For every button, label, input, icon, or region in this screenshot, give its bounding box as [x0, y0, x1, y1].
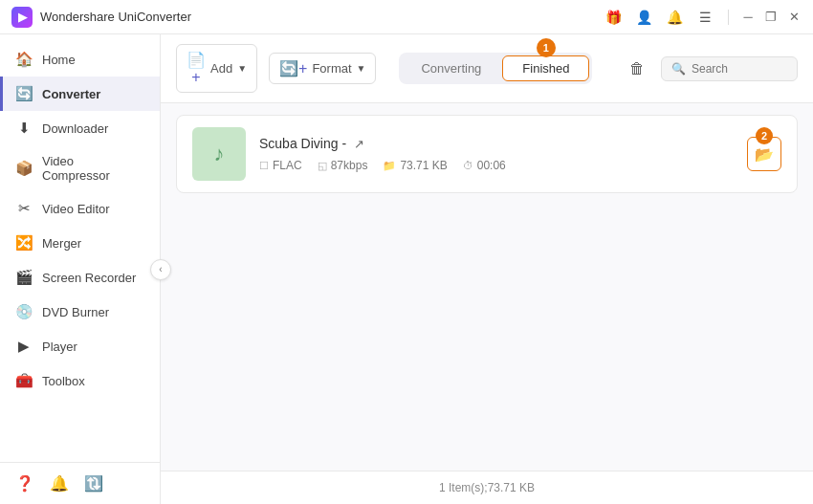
titlebar-left: ▶ Wondershare UniConverter: [11, 7, 191, 28]
tab-converting-label: Converting: [421, 61, 481, 76]
sidebar: 🏠 Home 🔄 Converter ⬇ Downloader 📦 Video …: [0, 34, 161, 504]
sidebar-label-downloader: Downloader: [42, 121, 108, 136]
file-action-badge: 2: [756, 127, 773, 144]
sidebar-item-player[interactable]: ▶ Player: [0, 329, 160, 363]
bell-icon[interactable]: 🔔: [663, 6, 686, 29]
sidebar-nav: 🏠 Home 🔄 Converter ⬇ Downloader 📦 Video …: [0, 34, 160, 462]
app-icon: ▶: [11, 7, 33, 28]
tab-finished-label: Finished: [522, 61, 569, 76]
add-file-button[interactable]: 📄+ Add ▼: [176, 44, 257, 93]
menu-icon[interactable]: ☰: [693, 6, 716, 29]
sidebar-label-home: Home: [42, 53, 76, 67]
file-item: ♪ Scuba Diving - ↗ ☐ FLAC ◱ 87: [176, 115, 798, 193]
bitrate-icon: ◱: [318, 160, 327, 172]
add-format-button[interactable]: 🔄+ Format ▼: [269, 53, 376, 84]
file-size-value: 73.71 KB: [400, 159, 447, 172]
dvd-burner-icon: 💿: [15, 303, 33, 320]
player-icon: ▶: [15, 338, 33, 355]
titlebar: ▶ Wondershare UniConverter 🎁 👤 🔔 ☰ ─ ❐ ✕: [0, 0, 813, 34]
add-file-dropdown-icon: ▼: [237, 63, 247, 74]
trash-button[interactable]: 🗑: [625, 54, 649, 84]
sidebar-label-toolbox: Toolbox: [42, 374, 85, 388]
tab-converting[interactable]: Converting: [402, 55, 500, 81]
converter-icon: 🔄: [15, 85, 33, 102]
video-editor-icon: ✂: [15, 200, 33, 217]
help-icon[interactable]: ❓: [15, 474, 34, 493]
sidebar-label-converter: Converter: [42, 87, 100, 101]
file-name: Scuba Diving -: [259, 136, 346, 151]
downloader-icon: ⬇: [15, 120, 33, 137]
sidebar-label-player: Player: [42, 340, 77, 354]
file-size: 📁 73.71 KB: [383, 159, 447, 172]
tab-finished[interactable]: Finished: [502, 55, 589, 81]
sidebar-item-home[interactable]: 🏠 Home: [0, 42, 160, 77]
add-file-label: Add: [210, 61, 232, 76]
finished-badge: 1: [537, 38, 556, 57]
home-icon: 🏠: [15, 51, 33, 68]
file-name-row: Scuba Diving - ↗: [259, 136, 734, 151]
file-duration: ⏱ 00:06: [463, 159, 506, 172]
app-title: Wondershare UniConverter: [40, 10, 191, 24]
file-bitrate-value: 87kbps: [331, 159, 368, 172]
sidebar-item-toolbox[interactable]: 🧰 Toolbox: [0, 363, 160, 398]
user-icon[interactable]: 👤: [632, 6, 655, 29]
add-format-icon: 🔄+: [279, 59, 307, 77]
titlebar-right: 🎁 👤 🔔 ☰ ─ ❐ ✕: [602, 6, 802, 29]
external-link-icon[interactable]: ↗: [354, 137, 364, 151]
add-file-icon: 📄+: [187, 51, 206, 86]
sidebar-label-screen-recorder: Screen Recorder: [42, 271, 136, 285]
file-thumbnail: ♪: [192, 127, 246, 181]
file-bitrate: ◱ 87kbps: [318, 159, 368, 172]
notification-icon[interactable]: 🔔: [50, 474, 69, 493]
music-icon: ♪: [214, 142, 225, 166]
search-box: 🔍: [661, 56, 798, 81]
tab-group: Converting 1 Finished: [399, 53, 592, 84]
status-text: 1 Item(s);73.71 KB: [439, 481, 535, 494]
sidebar-item-video-editor[interactable]: ✂ Video Editor: [0, 191, 160, 226]
sidebar-item-screen-recorder[interactable]: 🎬 Screen Recorder: [0, 260, 160, 295]
restore-button[interactable]: ❐: [763, 10, 779, 25]
content-area: 📄+ Add ▼ 🔄+ Format ▼ Converting 1 Finish…: [161, 34, 813, 504]
toolbox-icon: 🧰: [15, 372, 33, 389]
screen-recorder-icon: 🎬: [15, 269, 33, 286]
sidebar-label-video-compressor: Video Compressor: [42, 154, 144, 183]
folder-icon: 📂: [755, 145, 774, 164]
sidebar-collapse-button[interactable]: ‹: [150, 259, 171, 280]
file-action: 2 📂: [747, 137, 781, 171]
video-compressor-icon: 📦: [15, 160, 33, 177]
feedback-icon[interactable]: 🔃: [84, 474, 103, 493]
merger-icon: 🔀: [15, 234, 33, 252]
file-format-value: FLAC: [273, 159, 302, 172]
add-format-dropdown-icon: ▼: [357, 63, 366, 74]
sidebar-item-merger[interactable]: 🔀 Merger: [0, 226, 160, 260]
sidebar-label-video-editor: Video Editor: [42, 202, 110, 216]
search-input[interactable]: [692, 62, 787, 76]
search-icon: 🔍: [671, 62, 686, 76]
close-button[interactable]: ✕: [786, 10, 802, 25]
sidebar-item-dvd-burner[interactable]: 💿 DVD Burner: [0, 295, 160, 329]
file-format: ☐ FLAC: [259, 159, 302, 172]
sidebar-item-converter[interactable]: 🔄 Converter: [0, 77, 160, 111]
tab-finished-wrapper: 1 Finished: [502, 55, 589, 81]
gift-icon[interactable]: 🎁: [602, 6, 625, 29]
duration-icon: ⏱: [463, 160, 473, 171]
minimize-button[interactable]: ─: [740, 10, 756, 25]
sidebar-item-video-compressor[interactable]: 📦 Video Compressor: [0, 145, 160, 191]
sidebar-label-dvd-burner: DVD Burner: [42, 305, 109, 319]
main-layout: 🏠 Home 🔄 Converter ⬇ Downloader 📦 Video …: [0, 34, 813, 504]
file-list: ♪ Scuba Diving - ↗ ☐ FLAC ◱ 87: [161, 103, 813, 471]
toolbar: 📄+ Add ▼ 🔄+ Format ▼ Converting 1 Finish…: [161, 34, 813, 103]
add-format-label: Format: [312, 61, 351, 76]
size-icon: 📁: [383, 160, 396, 172]
sidebar-item-downloader[interactable]: ⬇ Downloader: [0, 111, 160, 145]
sidebar-label-merger: Merger: [42, 236, 81, 251]
status-bar: 1 Item(s);73.71 KB: [161, 471, 813, 504]
file-duration-value: 00:06: [477, 159, 506, 172]
file-info: Scuba Diving - ↗ ☐ FLAC ◱ 87kbps: [259, 136, 734, 172]
sidebar-bottom: ❓ 🔔 🔃: [0, 462, 160, 504]
file-meta: ☐ FLAC ◱ 87kbps 📁 73.71 KB ⏱: [259, 159, 734, 172]
format-icon: ☐: [259, 160, 269, 172]
